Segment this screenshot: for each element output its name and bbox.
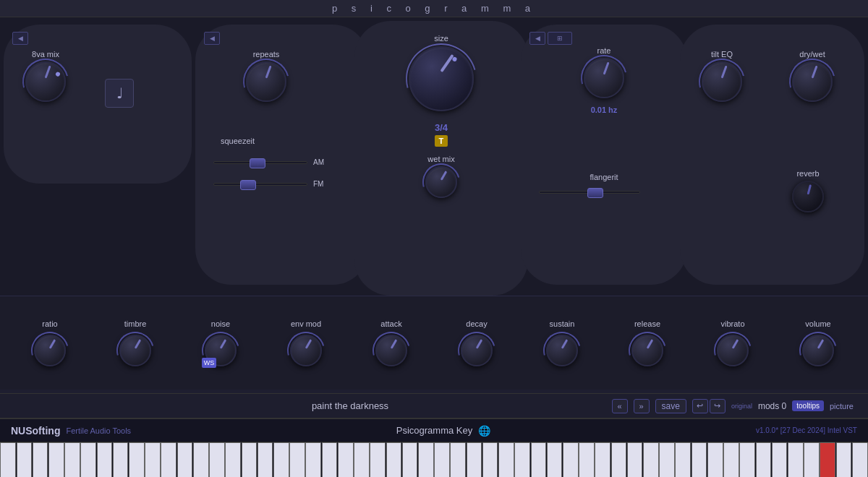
white-key[interactable] <box>563 442 579 477</box>
env-mod-knob[interactable] <box>290 335 322 366</box>
8va-mix-knob-wrapper: 8va mix <box>25 50 66 102</box>
redo-btn[interactable]: ↪ <box>710 399 726 413</box>
white-key[interactable] <box>498 442 514 477</box>
flangerit-track[interactable] <box>539 191 640 194</box>
white-key[interactable] <box>402 442 418 477</box>
white-key[interactable] <box>723 442 739 477</box>
fm-track[interactable] <box>213 183 307 186</box>
white-key[interactable] <box>804 442 820 477</box>
fm-thumb[interactable] <box>240 180 256 190</box>
white-key[interactable] <box>434 442 450 477</box>
rate-knob[interactable] <box>584 58 624 98</box>
white-key[interactable] <box>305 442 321 477</box>
tooltips-btn[interactable]: tooltips <box>792 400 824 411</box>
white-key[interactable] <box>450 442 466 477</box>
size-knob[interactable] <box>409 46 474 111</box>
white-key[interactable] <box>643 442 659 477</box>
white-key[interactable] <box>129 442 145 477</box>
dry-wet-knob[interactable] <box>792 61 833 102</box>
white-key[interactable] <box>17 442 33 477</box>
white-key[interactable] <box>322 442 338 477</box>
white-key[interactable] <box>595 442 610 477</box>
white-key[interactable] <box>113 442 129 477</box>
white-key[interactable] <box>467 442 482 477</box>
title-bar: p s i c o g r a m m a <box>0 0 868 17</box>
white-key[interactable] <box>675 442 691 477</box>
white-key[interactable] <box>33 442 48 477</box>
sustain-ring <box>546 335 578 366</box>
original-label: original <box>731 403 752 410</box>
white-key[interactable] <box>289 442 305 477</box>
white-key[interactable] <box>48 442 64 477</box>
white-key[interactable] <box>611 442 627 477</box>
decay-knob[interactable] <box>461 335 493 366</box>
white-key[interactable] <box>386 442 402 477</box>
white-key[interactable] <box>547 442 563 477</box>
ratio-knob[interactable] <box>34 335 66 366</box>
white-key[interactable] <box>659 442 675 477</box>
music-note-btn[interactable]: ♩ <box>105 79 134 108</box>
wet-mix-knob[interactable] <box>425 166 457 198</box>
blob-8va: ◀ 8va mix ♩ <box>4 25 192 184</box>
rate-icon-btn2[interactable]: ⊞ <box>548 32 572 45</box>
attack-knob[interactable] <box>375 335 407 366</box>
tilt-eq-knob[interactable] <box>702 61 742 102</box>
white-key[interactable] <box>531 442 547 477</box>
white-key[interactable] <box>514 442 530 477</box>
white-key[interactable] <box>193 442 209 477</box>
white-key[interactable] <box>739 442 755 477</box>
sustain-knob[interactable] <box>546 335 578 366</box>
white-key[interactable] <box>692 442 707 477</box>
timbre-knob[interactable] <box>119 335 151 366</box>
white-key[interactable] <box>258 442 273 477</box>
white-key[interactable] <box>80 442 96 477</box>
picture-btn[interactable]: picture <box>830 402 854 411</box>
undo-btn[interactable]: ↩ <box>692 399 708 413</box>
prev-preset-btn[interactable]: « <box>612 399 628 413</box>
rate-icon-btn1[interactable]: ◀ <box>529 32 545 45</box>
white-key[interactable] <box>209 442 225 477</box>
white-key[interactable] <box>145 442 161 477</box>
flangerit-thumb[interactable] <box>587 188 603 198</box>
white-key[interactable] <box>707 442 723 477</box>
white-key[interactable] <box>852 442 868 477</box>
white-key[interactable] <box>772 442 788 477</box>
white-key[interactable] <box>225 442 241 477</box>
reverb-knob[interactable] <box>792 181 824 212</box>
white-key[interactable] <box>418 442 434 477</box>
am-thumb[interactable] <box>250 158 265 168</box>
8va-mix-knob[interactable] <box>25 61 66 102</box>
active-key[interactable] <box>820 442 835 477</box>
white-key[interactable] <box>482 442 498 477</box>
mods-btn[interactable]: mods 0 <box>758 401 786 411</box>
white-key[interactable] <box>242 442 258 477</box>
8va-icon-btn[interactable]: ◀ <box>12 32 28 45</box>
t-button[interactable]: T <box>435 135 448 147</box>
white-key[interactable] <box>788 442 804 477</box>
repeats-knob[interactable] <box>246 61 286 102</box>
rate-value: 0.01 hz <box>584 106 624 114</box>
white-key[interactable] <box>0 442 16 477</box>
next-preset-btn[interactable]: » <box>634 399 650 413</box>
am-track[interactable] <box>213 161 307 164</box>
sustain-label: sustain <box>550 319 575 328</box>
white-key[interactable] <box>579 442 595 477</box>
white-key[interactable] <box>836 442 852 477</box>
white-key[interactable] <box>64 442 80 477</box>
volume-knob[interactable] <box>802 335 834 366</box>
save-btn[interactable]: save <box>655 399 686 413</box>
white-key[interactable] <box>354 442 370 477</box>
white-key[interactable] <box>338 442 354 477</box>
white-key[interactable] <box>161 442 176 477</box>
white-key[interactable] <box>273 442 289 477</box>
white-key[interactable] <box>756 442 772 477</box>
white-key[interactable] <box>627 442 643 477</box>
white-key[interactable] <box>177 442 193 477</box>
release-knob[interactable] <box>631 335 663 366</box>
white-key[interactable] <box>97 442 113 477</box>
vibrato-knob[interactable] <box>717 335 749 366</box>
delay-icon-btn[interactable]: ◀ <box>204 32 220 45</box>
release-item: release <box>631 319 663 366</box>
globe-icon: 🌐 <box>478 425 490 437</box>
white-key[interactable] <box>370 442 386 477</box>
